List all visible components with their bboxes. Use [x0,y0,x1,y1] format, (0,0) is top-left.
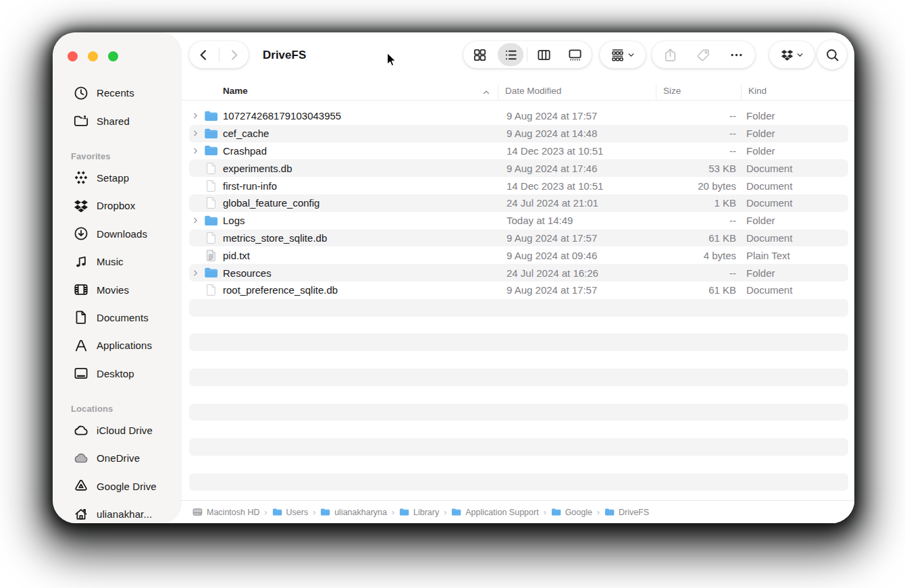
path-item-users[interactable]: Users [272,508,309,517]
gallery-view-button[interactable] [561,41,590,68]
path-item-label: Macintosh HD [207,508,260,517]
back-button[interactable] [189,41,219,68]
document-icon [203,194,218,212]
path-item-label: DriveFS [619,508,649,517]
document-icon [203,282,218,299]
path-item-ulianakharyna[interactable]: ulianakharyna [320,508,387,517]
sidebar-item-onedrive[interactable]: OneDrive [53,444,181,472]
file-size: -- [655,142,736,160]
sidebar-item-applications[interactable]: Applications [53,331,181,359]
column-header-name[interactable]: Name [223,86,248,96]
sidebar-item-movies[interactable]: Movies [53,275,181,303]
sidebar-list: Recents Shared Favorites Setapp Dropbox … [53,79,181,523]
file-kind: Document [746,230,792,247]
table-row[interactable]: global_feature_config 24 Jul 2024 at 21:… [189,194,848,212]
sidebar-item-label: Dropbox [97,200,135,211]
column-header-date[interactable]: Date Modified [505,86,561,96]
share-button[interactable] [655,41,685,68]
path-item-library[interactable]: Library [399,508,439,517]
sidebar-item-label: iCloud Drive [97,425,153,436]
file-size: 61 KB [655,282,736,299]
sidebar-item-recents[interactable]: Recents [53,79,181,107]
dropbox-pill [769,41,814,68]
empty-row [189,317,848,334]
disclosure-chevron-icon[interactable] [190,212,200,230]
folder-icon [604,508,615,516]
path-item-macintosh-hd[interactable]: Macintosh HD [192,508,260,517]
column-header-kind[interactable]: Kind [748,86,767,96]
file-name: Resources [223,264,272,282]
tag-icon [696,47,711,63]
mouse-cursor [384,51,399,70]
table-row[interactable]: first-run-info 14 Dec 2023 at 10:51 20 b… [189,177,848,194]
table-row[interactable]: pid.txt 9 Aug 2024 at 09:46 4 bytes Plai… [189,246,848,264]
sidebar-item-documents[interactable]: Documents [53,304,181,331]
table-row[interactable]: experiments.db 9 Aug 2024 at 17:46 53 KB… [189,159,848,177]
list-view-icon [503,47,519,63]
tag-button[interactable] [689,41,719,68]
folder-icon [203,107,218,125]
path-item-application-support[interactable]: Application Support [451,508,538,517]
column-header-size[interactable]: Size [663,86,681,96]
file-date-modified: Today at 14:49 [507,212,573,230]
empty-row [189,386,848,404]
search-button[interactable] [817,41,847,68]
table-row[interactable]: 107274268179103043955 9 Aug 2024 at 17:5… [189,107,848,125]
file-date-modified: 14 Dec 2023 at 10:51 [507,142,603,160]
zoom-button[interactable] [108,51,118,61]
empty-row [189,369,848,386]
table-row[interactable]: Logs Today at 14:49 -- Folder [189,212,848,230]
icon-view-button[interactable] [465,41,494,68]
sidebar-item-label: Shared [97,115,130,127]
more-button[interactable] [722,41,752,68]
file-list: 107274268179103043955 9 Aug 2024 at 17:5… [189,107,848,491]
path-item-drivefs[interactable]: DriveFS [604,508,649,517]
disclosure-chevron-icon[interactable] [190,264,200,282]
setapp-icon [73,169,89,186]
file-name: first-run-info [223,177,277,194]
file-size: -- [655,212,736,230]
column-divider[interactable] [656,85,656,99]
sidebar-item-setapp[interactable]: Setapp [53,164,181,192]
sidebar-item-icloud-drive[interactable]: iCloud Drive [53,417,181,444]
path-separator-chevron: › [392,508,394,517]
file-size: 20 bytes [655,177,736,194]
column-divider[interactable] [498,85,498,99]
file-date-modified: 14 Dec 2023 at 10:51 [507,177,603,194]
minimize-button[interactable] [88,51,98,61]
group-by-button[interactable] [603,41,642,68]
sidebar-item-desktop[interactable]: Desktop [53,360,181,387]
sidebar-item-ulianakhar[interactable]: ulianakhar... [53,500,181,523]
window-title: DriveFS [263,49,306,62]
sidebar-item-dropbox[interactable]: Dropbox [53,192,181,219]
close-button[interactable] [68,51,78,61]
chevron-right-icon [226,47,242,63]
sidebar-item-music[interactable]: Music [53,248,181,275]
file-date-modified: 9 Aug 2024 at 17:57 [507,282,597,299]
path-separator-chevron: › [313,508,315,517]
grid-view-icon [472,47,488,63]
table-row[interactable]: root_preference_sqlite.db 9 Aug 2024 at … [189,282,848,299]
column-view-button[interactable] [529,41,559,68]
music-icon [73,254,89,270]
list-view-button[interactable] [496,41,525,68]
sidebar-item-downloads[interactable]: Downloads [53,220,181,248]
path-item-google[interactable]: Google [551,508,592,517]
table-row[interactable]: Resources 24 Jul 2024 at 16:26 -- Folder [189,264,848,282]
disclosure-chevron-icon[interactable] [190,125,200,142]
empty-row [189,421,848,438]
dropbox-toolbar-button[interactable] [773,41,812,68]
folder-icon [320,508,330,516]
sidebar-item-google-drive[interactable]: Google Drive [53,473,181,500]
table-row[interactable]: metrics_store_sqlite.db 9 Aug 2024 at 17… [189,230,848,247]
column-divider[interactable] [741,85,742,99]
disclosure-chevron-icon[interactable] [190,142,200,160]
table-row[interactable]: cef_cache 9 Aug 2024 at 14:48 -- Folder [189,125,848,142]
file-date-modified: 24 Jul 2024 at 21:01 [507,194,598,212]
sidebar-item-label: Movies [97,284,129,296]
disclosure-chevron-icon[interactable] [190,107,200,125]
sidebar-item-shared[interactable]: Shared [53,107,181,134]
forward-button[interactable] [219,41,249,68]
table-row[interactable]: Crashpad 14 Dec 2023 at 10:51 -- Folder [189,142,848,160]
file-date-modified: 24 Jul 2024 at 16:26 [507,264,598,282]
